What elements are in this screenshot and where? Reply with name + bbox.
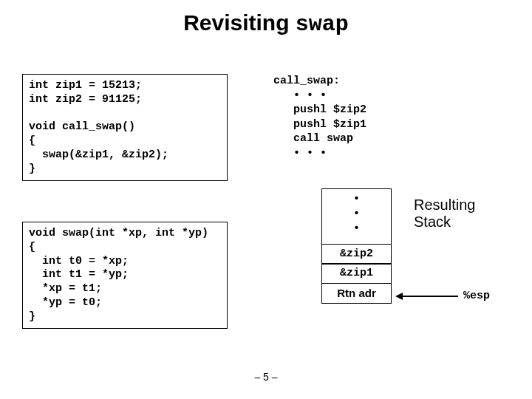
- assembly-listing: call_swap: • • • pushl $zip2 pushl $zip1…: [273, 74, 366, 160]
- esp-arrow: [395, 293, 458, 300]
- slide-title: Revisiting swap: [0, 10, 532, 37]
- code-box-bottom: void swap(int *xp, int *yp) { int t0 = *…: [22, 222, 228, 329]
- stack-cell-zip1: &zip1: [321, 263, 392, 284]
- title-plain: Revisiting: [183, 10, 296, 35]
- stack-diagram: • • • &zip2 &zip1 Rtn adr: [321, 188, 392, 304]
- stack-cell-zip2: &zip2: [321, 244, 392, 265]
- slide-number: – 5 –: [0, 371, 532, 383]
- stack-cell-dots: • • •: [321, 188, 392, 245]
- stack-cell-rtn: Rtn adr: [321, 283, 392, 304]
- resulting-stack-label: Resulting Stack: [414, 197, 475, 231]
- title-mono: swap: [296, 12, 349, 37]
- esp-label: %esp: [463, 290, 490, 302]
- code-box-top: int zip1 = 15213; int zip2 = 91125; void…: [22, 74, 228, 181]
